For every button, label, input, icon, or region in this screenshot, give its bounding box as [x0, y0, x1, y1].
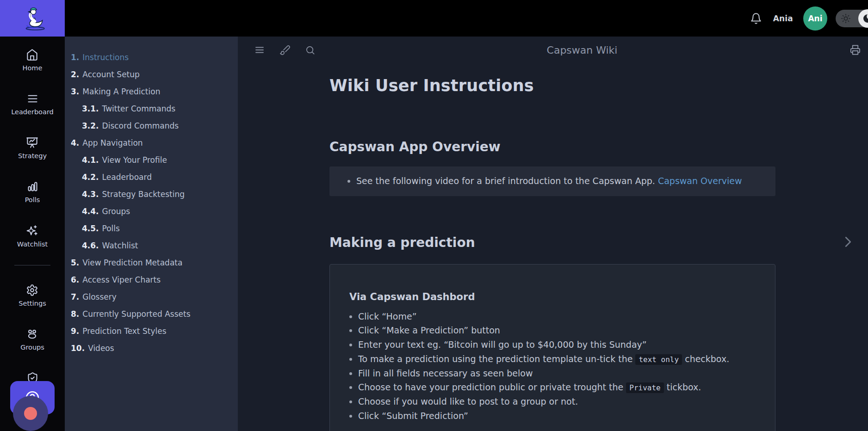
people-icon	[26, 328, 38, 340]
toc-item-label: Watchlist	[102, 241, 138, 250]
toc-item-number: 4.	[71, 138, 79, 148]
theme-toggle[interactable]	[836, 10, 868, 27]
sidebar-item-label: Groups	[20, 343, 44, 351]
chat-widget-button[interactable]	[13, 396, 48, 431]
sidebar-item-label: Leaderboard	[11, 108, 54, 116]
bullet-text: Click “Submit Prediction”	[358, 411, 468, 421]
toc-item-number: 2.	[71, 70, 79, 79]
toc-item[interactable]: 2.Account Setup	[65, 66, 238, 83]
toc-item-label: Glossery	[82, 292, 117, 302]
sidebar-item-groups[interactable]: Groups	[20, 328, 44, 351]
toc-item[interactable]: 4.2.Leaderboard	[65, 168, 238, 185]
capswan-overview-link[interactable]: Capswan Overview	[658, 176, 742, 186]
swan-logo-icon	[17, 5, 48, 32]
toc-item-number: 9.	[71, 326, 79, 336]
toc-item-number: 10.	[71, 344, 85, 353]
toc-item-label: Prediction Text Styles	[82, 326, 166, 336]
toc-menu-icon[interactable]	[254, 44, 265, 55]
sidebar-item-label: Polls	[25, 196, 40, 204]
sidebar-item-home[interactable]: Home	[23, 49, 43, 72]
toc-item-number: 3.2.	[82, 121, 99, 130]
avatar-initials: Ani	[808, 14, 822, 23]
toc-item[interactable]: 5.View Prediction Metadata	[65, 254, 238, 271]
theme-toggle-knob[interactable]	[858, 9, 868, 28]
toc-item[interactable]: 9.Prediction Text Styles	[65, 322, 238, 339]
toc-item-number: 4.3.	[82, 190, 99, 199]
next-page-chevron-icon[interactable]	[839, 233, 857, 251]
sidebar-divider	[14, 265, 50, 265]
toc-item-label: Groups	[102, 207, 130, 216]
toc-list: 1.Instructions2.Account Setup3.Making A …	[65, 49, 238, 357]
toc-item-label: Polls	[102, 224, 120, 233]
toc-item[interactable]: 3.1.Twitter Commands	[65, 100, 238, 117]
toc-item[interactable]: 4.4.Groups	[65, 203, 238, 220]
print-icon[interactable]	[850, 45, 861, 55]
toc-item[interactable]: 4.6.Watchlist	[65, 237, 238, 254]
toc-item-number: 8.	[71, 309, 79, 319]
bar-chart-icon	[26, 180, 39, 193]
sidebar-item-strategy[interactable]: Strategy	[18, 136, 47, 160]
sidebar-item-watchlist[interactable]: Watchlist	[17, 225, 48, 248]
toc-item[interactable]: 7.Glossery	[65, 288, 238, 305]
wiki-page: Wiki User Instructions Capswan App Overv…	[238, 76, 775, 431]
video-callout: See the following video for a brief intr…	[329, 166, 775, 196]
sidebar-item-polls[interactable]: Polls	[25, 180, 40, 204]
wiki-site-title: Capswan Wiki	[547, 44, 618, 56]
toc-item-number: 6.	[71, 275, 79, 284]
toc-item-number: 4.6.	[82, 241, 99, 250]
toc-item-label: Instructions	[82, 53, 129, 62]
toc-item-number: 7.	[71, 292, 79, 302]
toc-item-number: 3.1.	[82, 104, 99, 113]
search-icon[interactable]	[305, 45, 316, 55]
instruction-bullet: Choose if you would like to post to a gr…	[358, 396, 756, 407]
moon-icon	[862, 13, 868, 24]
presentation-chart-icon	[26, 136, 38, 149]
toc-item[interactable]: 4.5.Polls	[65, 220, 238, 237]
bullet-text: Choose if you would like to post to a gr…	[358, 396, 578, 406]
leaderboard-list-icon	[26, 92, 39, 105]
toc-item[interactable]: 3.Making A Prediction	[65, 83, 238, 100]
home-icon	[26, 49, 38, 61]
sun-icon	[841, 13, 851, 24]
making-prediction-heading: Making a prediction	[329, 235, 775, 250]
table-of-contents: 1.Instructions2.Account Setup3.Making A …	[65, 37, 238, 431]
topbar-actions: Ania Ani	[750, 0, 868, 37]
bullet-text: Click “Home”	[358, 311, 417, 321]
toc-item[interactable]: 10.Videos	[65, 339, 238, 357]
sidebar-item-label: Home	[23, 64, 43, 72]
brush-theme-icon[interactable]	[279, 44, 291, 55]
toc-item[interactable]: 4.App Navigation	[65, 134, 238, 151]
sidebar-item-settings[interactable]: Settings	[19, 284, 46, 308]
toc-item-label: View Prediction Metadata	[82, 258, 182, 267]
toc-item[interactable]: 4.3.Strategy Backtesting	[65, 185, 238, 203]
instruction-bullet: Fill in all fields necessary as seen bel…	[358, 368, 756, 379]
inline-code: text only	[635, 354, 682, 365]
toc-item-label: Discord Commands	[102, 121, 179, 130]
capswan-logo[interactable]	[0, 0, 65, 37]
notifications-bell-icon[interactable]	[750, 12, 762, 25]
instruction-bullet: Enter your text eg. “Bitcoin will go up …	[358, 339, 756, 351]
sidebar-item-leaderboard[interactable]: Leaderboard	[11, 92, 54, 116]
content-toolbar: Capswan Wiki	[238, 37, 868, 63]
toc-item-label: Currently Supported Assets	[82, 309, 190, 319]
sidebar-item-label: Settings	[19, 299, 46, 308]
instruction-bullet: Click “Submit Prediction”	[358, 410, 756, 422]
avatar[interactable]: Ani	[803, 6, 827, 31]
inline-code: Private	[626, 382, 663, 393]
toc-item-number: 5.	[71, 258, 79, 267]
toc-item-number: 4.5.	[82, 224, 99, 233]
main-content: Capswan Wiki Wiki User Instructions Caps…	[238, 37, 868, 431]
bullet-text: Fill in all fields necessary as seen bel…	[358, 368, 533, 378]
bullet-text: Choose to have your prediction public or…	[358, 382, 626, 392]
toc-item-label: Account Setup	[82, 70, 140, 79]
toc-item[interactable]: 3.2.Discord Commands	[65, 117, 238, 134]
bullet-text: Enter your text eg. “Bitcoin will go up …	[358, 339, 647, 350]
instruction-bullet: To make a prediction using the predictio…	[358, 353, 756, 365]
gear-icon	[26, 284, 38, 296]
toc-item[interactable]: 4.1.View Your Profile	[65, 151, 238, 168]
toc-item[interactable]: 8.Currently Supported Assets	[65, 305, 238, 322]
sidebar-nav: Home Leaderboard Strategy Polls Watchlis	[0, 37, 65, 424]
toc-item[interactable]: 6.Access Viper Charts	[65, 271, 238, 288]
page-title: Wiki User Instructions	[329, 76, 775, 95]
toc-item[interactable]: 1.Instructions	[65, 49, 238, 66]
